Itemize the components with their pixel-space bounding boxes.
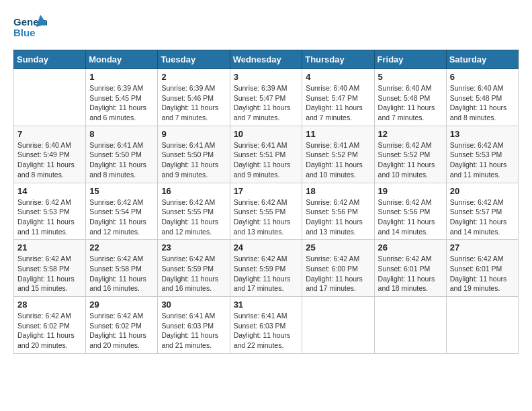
calendar-cell xyxy=(14,69,86,126)
day-info: Sunrise: 6:40 AMSunset: 5:49 PMDaylight:… xyxy=(17,140,82,180)
calendar-cell: 5Sunrise: 6:40 AMSunset: 5:48 PMDaylight… xyxy=(374,69,446,126)
day-number: 15 xyxy=(89,186,154,196)
day-info: Sunrise: 6:41 AMSunset: 6:03 PMDaylight:… xyxy=(161,311,226,351)
day-info: Sunrise: 6:42 AMSunset: 5:56 PMDaylight:… xyxy=(378,197,443,237)
day-number: 22 xyxy=(89,242,154,253)
weekday-header-cell: Sunday xyxy=(14,50,86,69)
day-number: 10 xyxy=(234,129,299,139)
day-number: 19 xyxy=(378,186,443,196)
day-info: Sunrise: 6:42 AMSunset: 5:55 PMDaylight:… xyxy=(234,197,299,237)
day-number: 30 xyxy=(161,300,226,310)
day-info: Sunrise: 6:42 AMSunset: 5:57 PMDaylight:… xyxy=(450,197,515,237)
weekday-header-cell: Friday xyxy=(374,50,446,69)
day-number: 17 xyxy=(234,186,299,196)
day-info: Sunrise: 6:42 AMSunset: 5:54 PMDaylight:… xyxy=(89,197,154,237)
calendar-cell: 15Sunrise: 6:42 AMSunset: 5:54 PMDayligh… xyxy=(86,183,158,240)
day-number: 2 xyxy=(161,72,226,82)
day-number: 16 xyxy=(161,186,226,196)
calendar-cell: 20Sunrise: 6:42 AMSunset: 5:57 PMDayligh… xyxy=(446,183,518,240)
calendar-cell: 11Sunrise: 6:41 AMSunset: 5:52 PMDayligh… xyxy=(302,126,374,183)
calendar-cell: 14Sunrise: 6:42 AMSunset: 5:53 PMDayligh… xyxy=(14,183,86,240)
calendar-cell xyxy=(374,297,446,354)
day-number: 24 xyxy=(234,242,299,253)
calendar-table: SundayMondayTuesdayWednesdayThursdayFrid… xyxy=(13,50,519,354)
day-info: Sunrise: 6:40 AMSunset: 5:47 PMDaylight:… xyxy=(306,83,370,123)
calendar-cell: 29Sunrise: 6:42 AMSunset: 6:02 PMDayligh… xyxy=(86,297,158,354)
calendar-row: 1Sunrise: 6:39 AMSunset: 5:45 PMDaylight… xyxy=(14,69,519,126)
day-info: Sunrise: 6:39 AMSunset: 5:45 PMDaylight:… xyxy=(89,83,154,123)
calendar-cell: 1Sunrise: 6:39 AMSunset: 5:45 PMDaylight… xyxy=(86,69,158,126)
calendar-cell xyxy=(302,297,374,354)
weekday-header-cell: Thursday xyxy=(302,50,374,69)
day-info: Sunrise: 6:39 AMSunset: 5:47 PMDaylight:… xyxy=(234,83,299,123)
weekday-header-cell: Tuesday xyxy=(158,50,230,69)
day-info: Sunrise: 6:42 AMSunset: 5:52 PMDaylight:… xyxy=(378,140,443,180)
calendar-body: 1Sunrise: 6:39 AMSunset: 5:45 PMDaylight… xyxy=(14,69,519,354)
day-info: Sunrise: 6:42 AMSunset: 5:53 PMDaylight:… xyxy=(17,197,82,237)
weekday-header-cell: Wednesday xyxy=(230,50,302,69)
weekday-header-cell: Monday xyxy=(86,50,158,69)
calendar-cell: 21Sunrise: 6:42 AMSunset: 5:58 PMDayligh… xyxy=(14,240,86,297)
day-info: Sunrise: 6:42 AMSunset: 6:00 PMDaylight:… xyxy=(306,254,370,293)
day-number: 9 xyxy=(161,129,226,139)
day-info: Sunrise: 6:41 AMSunset: 6:03 PMDaylight:… xyxy=(234,311,299,351)
day-number: 13 xyxy=(450,129,515,139)
day-info: Sunrise: 6:42 AMSunset: 5:58 PMDaylight:… xyxy=(89,254,154,293)
calendar-row: 7Sunrise: 6:40 AMSunset: 5:49 PMDaylight… xyxy=(14,126,519,183)
day-number: 14 xyxy=(17,186,82,196)
page-header: General Blue xyxy=(13,13,519,43)
day-info: Sunrise: 6:42 AMSunset: 5:59 PMDaylight:… xyxy=(161,254,226,293)
day-number: 31 xyxy=(234,300,299,310)
calendar-cell: 26Sunrise: 6:42 AMSunset: 6:01 PMDayligh… xyxy=(374,240,446,297)
calendar-cell: 17Sunrise: 6:42 AMSunset: 5:55 PMDayligh… xyxy=(230,183,302,240)
day-info: Sunrise: 6:41 AMSunset: 5:52 PMDaylight:… xyxy=(306,140,370,180)
day-info: Sunrise: 6:42 AMSunset: 6:02 PMDaylight:… xyxy=(89,311,154,351)
calendar-cell: 4Sunrise: 6:40 AMSunset: 5:47 PMDaylight… xyxy=(302,69,374,126)
weekday-header-cell: Saturday xyxy=(446,50,518,69)
calendar-cell: 16Sunrise: 6:42 AMSunset: 5:55 PMDayligh… xyxy=(158,183,230,240)
day-number: 18 xyxy=(306,186,370,196)
day-info: Sunrise: 6:42 AMSunset: 5:55 PMDaylight:… xyxy=(161,197,226,237)
day-info: Sunrise: 6:42 AMSunset: 5:58 PMDaylight:… xyxy=(17,254,82,293)
svg-text:Blue: Blue xyxy=(13,27,36,38)
logo-svg: General Blue xyxy=(13,13,47,43)
weekday-header-row: SundayMondayTuesdayWednesdayThursdayFrid… xyxy=(14,50,519,69)
day-number: 27 xyxy=(450,242,515,253)
day-number: 12 xyxy=(378,129,443,139)
calendar-cell: 19Sunrise: 6:42 AMSunset: 5:56 PMDayligh… xyxy=(374,183,446,240)
calendar-cell: 13Sunrise: 6:42 AMSunset: 5:53 PMDayligh… xyxy=(446,126,518,183)
calendar-cell: 12Sunrise: 6:42 AMSunset: 5:52 PMDayligh… xyxy=(374,126,446,183)
day-number: 26 xyxy=(378,242,443,253)
calendar-cell: 31Sunrise: 6:41 AMSunset: 6:03 PMDayligh… xyxy=(230,297,302,354)
day-number: 8 xyxy=(89,129,154,139)
day-info: Sunrise: 6:41 AMSunset: 5:50 PMDaylight:… xyxy=(161,140,226,180)
calendar-cell: 8Sunrise: 6:41 AMSunset: 5:50 PMDaylight… xyxy=(86,126,158,183)
day-number: 7 xyxy=(17,129,82,139)
day-number: 23 xyxy=(161,242,226,253)
calendar-cell: 9Sunrise: 6:41 AMSunset: 5:50 PMDaylight… xyxy=(158,126,230,183)
day-info: Sunrise: 6:42 AMSunset: 6:01 PMDaylight:… xyxy=(450,254,515,293)
calendar-cell: 22Sunrise: 6:42 AMSunset: 5:58 PMDayligh… xyxy=(86,240,158,297)
day-number: 5 xyxy=(378,72,443,82)
day-info: Sunrise: 6:42 AMSunset: 5:53 PMDaylight:… xyxy=(450,140,515,180)
calendar-cell: 7Sunrise: 6:40 AMSunset: 5:49 PMDaylight… xyxy=(14,126,86,183)
calendar-cell: 25Sunrise: 6:42 AMSunset: 6:00 PMDayligh… xyxy=(302,240,374,297)
day-info: Sunrise: 6:42 AMSunset: 6:01 PMDaylight:… xyxy=(378,254,443,293)
day-info: Sunrise: 6:41 AMSunset: 5:50 PMDaylight:… xyxy=(89,140,154,180)
day-number: 3 xyxy=(234,72,299,82)
day-number: 21 xyxy=(17,242,82,253)
day-info: Sunrise: 6:42 AMSunset: 5:56 PMDaylight:… xyxy=(306,197,370,237)
day-number: 11 xyxy=(306,129,370,139)
day-number: 6 xyxy=(450,72,515,82)
calendar-row: 14Sunrise: 6:42 AMSunset: 5:53 PMDayligh… xyxy=(14,183,519,240)
calendar-cell: 2Sunrise: 6:39 AMSunset: 5:46 PMDaylight… xyxy=(158,69,230,126)
calendar-cell xyxy=(446,297,518,354)
day-info: Sunrise: 6:42 AMSunset: 5:59 PMDaylight:… xyxy=(234,254,299,293)
calendar-cell: 3Sunrise: 6:39 AMSunset: 5:47 PMDaylight… xyxy=(230,69,302,126)
day-number: 20 xyxy=(450,186,515,196)
calendar-cell: 10Sunrise: 6:41 AMSunset: 5:51 PMDayligh… xyxy=(230,126,302,183)
day-number: 4 xyxy=(306,72,370,82)
day-info: Sunrise: 6:40 AMSunset: 5:48 PMDaylight:… xyxy=(450,83,515,123)
calendar-cell: 18Sunrise: 6:42 AMSunset: 5:56 PMDayligh… xyxy=(302,183,374,240)
day-info: Sunrise: 6:40 AMSunset: 5:48 PMDaylight:… xyxy=(378,83,443,123)
